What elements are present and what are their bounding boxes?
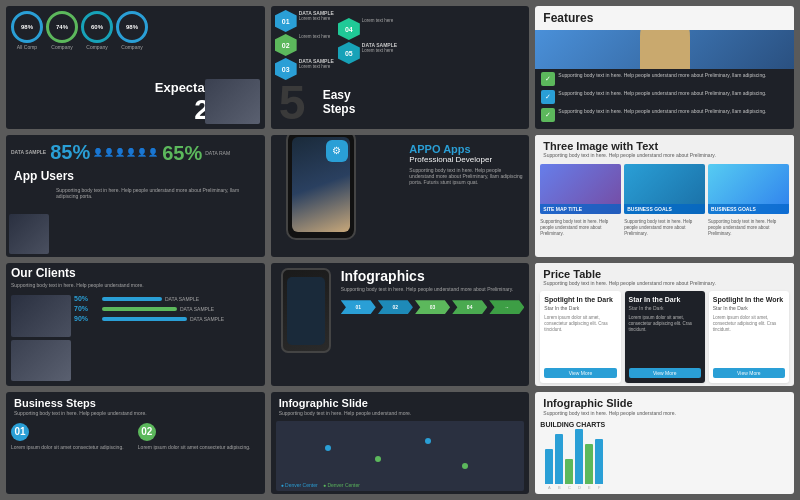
infographic-map-desc: Supporting body text in here. Help peopl… <box>279 410 522 416</box>
stat-percent-2: 70% <box>74 305 99 312</box>
stat-row-1: 50% DATA SAMPLE <box>74 295 260 302</box>
bar-col-2: B <box>555 434 563 490</box>
bar-label-3: C <box>568 485 571 490</box>
big-number: 5 <box>279 79 306 127</box>
image-label-3: BUSINESS GOALS <box>708 204 789 214</box>
infographic-bar-content: BUILDING CHARTS A B C D <box>535 418 794 494</box>
slide-easy-steps[interactable]: 01 DATA SAMPLE Lorem text here 02 Lorem … <box>271 6 530 129</box>
stat-label-3: Company <box>86 44 107 50</box>
price-card-title-2: Star In the Dark <box>629 296 701 303</box>
price-header: Price Table Supporting body text in here… <box>535 263 794 288</box>
percent-value-2: 65% <box>162 142 202 165</box>
image-label-1: SITE MAP TITLE <box>540 204 621 214</box>
infographic-map-header: Infographic Slide Supporting body text i… <box>271 392 530 418</box>
percent-display-1: 85% 👤 👤 👤 👤 👤 👤 <box>50 141 158 164</box>
data-sample-label: DATA SAMPLE <box>11 149 46 155</box>
price-btn-2[interactable]: View More <box>629 368 701 378</box>
price-card-3: Spotlight In the Work Star In the Dark L… <box>709 291 789 383</box>
stats-row: 98% All Comp 74% Company 60% Company 98% <box>6 6 265 52</box>
arrow-step-1: 01 <box>341 300 376 314</box>
bar-chart: A B C D E <box>540 430 789 490</box>
bar-label-2: B <box>558 485 561 490</box>
stat-sample-3: DATA SAMPLE <box>190 316 224 322</box>
slide-infographics[interactable]: Infographics Supporting body text in her… <box>271 263 530 386</box>
slide-expectations[interactable]: 98% All Comp 74% Company 60% Company 98% <box>6 6 265 129</box>
text-col-1: Supporting body text in here. Help peopl… <box>540 219 621 256</box>
price-card-sub-2: Star In the Dark <box>629 305 701 311</box>
arrow-step-2: 02 <box>378 300 413 314</box>
stat-percent-1: 50% <box>74 295 99 302</box>
business-steps-title: Business Steps <box>14 397 257 409</box>
features-header: Features <box>535 6 794 30</box>
clients-title: Our Clients <box>6 263 265 280</box>
data-ram-label: DATA RAM <box>205 150 230 156</box>
infographic-bar-desc: Supporting body text in here. Help peopl… <box>543 410 786 416</box>
image-label-2: BUSINESS GOALS <box>624 204 705 214</box>
stat-bar-2 <box>102 307 177 311</box>
features-title: Features <box>543 11 593 25</box>
main-content: Expectations for 2023 <box>6 52 265 129</box>
stat-sample-2: DATA SAMPLE <box>180 306 214 312</box>
infographic-bar-header: Infographic Slide Supporting body text i… <box>535 392 794 418</box>
step-num-1: 01 <box>11 423 29 441</box>
arrow-step-5: → <box>489 300 524 314</box>
map-dot-2 <box>375 456 381 462</box>
stat-row-2: 70% DATA SAMPLE <box>74 305 260 312</box>
stat-label-2: Company <box>51 44 72 50</box>
appo-title: APPO Apps <box>409 143 524 155</box>
infog-phone <box>281 268 331 353</box>
bar-label-1: A <box>548 485 551 490</box>
business-steps-desc: Supporting body text in here. Help peopl… <box>14 410 257 416</box>
price-card-title-1: Spotlight In the Dark <box>544 296 616 303</box>
slide-our-clients[interactable]: Our Clients Supporting body text in here… <box>6 263 265 386</box>
slide-app-users[interactable]: DATA SAMPLE 85% 👤 👤 👤 👤 👤 👤 65% DATA RAM… <box>6 135 265 258</box>
bar-label-5: E <box>588 485 591 490</box>
feature-text-2: Supporting body text in here. Help peopl… <box>558 90 766 97</box>
stat-percent-3: 90% <box>74 315 99 322</box>
infog-description: Supporting body text in here. Help peopl… <box>341 286 525 292</box>
bar-col-3: C <box>565 459 573 490</box>
slide-three-image-text[interactable]: Three Image with Text Supporting body te… <box>535 135 794 258</box>
price-card-desc-1: Lorem ipsum dolor sit amet, consectetur … <box>544 315 616 364</box>
step-group-2: 02 Lorem ipsum dolor sit amet consectetu… <box>138 423 260 450</box>
three-image-desc: Supporting body text in here. Help peopl… <box>543 152 786 158</box>
percent-value-1: 85% <box>50 141 90 164</box>
step-hex-1: 01 <box>275 10 297 32</box>
map-legend: ● Denver Center ● Denver Center <box>281 482 360 488</box>
step-hex-2: 02 <box>275 34 297 56</box>
app-stats: DATA SAMPLE 85% 👤 👤 👤 👤 👤 👤 65% DATA RAM <box>6 135 265 167</box>
price-description: Supporting body text in here. Help peopl… <box>543 280 786 286</box>
price-card-title-3: Spotlight In the Work <box>713 296 785 303</box>
bar-col-6: F <box>595 439 603 490</box>
bar-1 <box>545 449 553 484</box>
image-3: BUSINESS GOALS <box>708 164 789 214</box>
feature-icon-1: ✓ <box>541 72 555 86</box>
three-image-header: Three Image with Text Supporting body te… <box>535 135 794 161</box>
slide-appo-apps[interactable]: ⚙ APPO Apps Professional Developer Suppo… <box>271 135 530 258</box>
stat-4: 98% Company <box>116 11 148 50</box>
client-image-2 <box>11 340 71 381</box>
bar-4 <box>575 429 583 484</box>
person-icon: 👤 <box>126 148 136 157</box>
price-btn-3[interactable]: View More <box>713 368 785 378</box>
feature-icon-3: ✓ <box>541 108 555 122</box>
slide-features[interactable]: Features ✓ Supporting body text in here.… <box>535 6 794 129</box>
slide-price-table[interactable]: Price Table Supporting body text in here… <box>535 263 794 386</box>
slide-business-steps[interactable]: Business Steps Supporting body text in h… <box>6 392 265 494</box>
appo-text-block: APPO Apps Professional Developer Support… <box>409 143 524 185</box>
slide-infographic-map[interactable]: Infographic Slide Supporting body text i… <box>271 392 530 494</box>
app-title: App Users <box>6 167 265 185</box>
three-image-row: SITE MAP TITLE BUSINESS GOALS BUSINESS G… <box>535 161 794 217</box>
bar-label-4: D <box>578 485 581 490</box>
step-hex-5: 05 <box>338 42 360 64</box>
price-card-desc-2: Lorem ipsum dolor sit amet, consectetur … <box>629 315 701 364</box>
step-hex-4: 04 <box>338 18 360 40</box>
price-btn-1[interactable]: View More <box>544 368 616 378</box>
stat-value-3: 60% <box>91 24 103 30</box>
stat-3: 60% Company <box>81 11 113 50</box>
appo-app-icon: ⚙ <box>326 140 348 162</box>
hexagon-steps: 01 DATA SAMPLE Lorem text here 02 Lorem … <box>271 6 530 82</box>
feature-icon-2: ✓ <box>541 90 555 104</box>
feature-text-1: Supporting body text in here. Help peopl… <box>558 72 766 79</box>
slide-infographic-bar[interactable]: Infographic Slide Supporting body text i… <box>535 392 794 494</box>
